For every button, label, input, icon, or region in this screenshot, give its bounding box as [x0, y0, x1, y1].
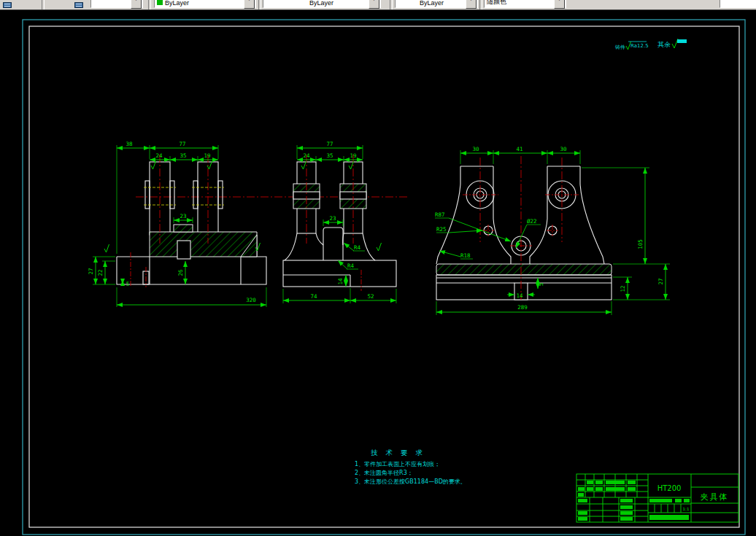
dim-74: 74 [310, 293, 317, 300]
lineweight-combo-value: ByLayer [420, 0, 444, 7]
material-value: HT200 [657, 484, 682, 492]
dim-r4b: R4 [347, 263, 355, 269]
dim-52: 52 [367, 293, 374, 300]
surface-finish-note: 铸件 Ra12.5 其余 [614, 39, 687, 50]
front-view-centerlines [131, 155, 224, 287]
part-name: 夹具体 [701, 492, 729, 502]
dim-41: 41 [516, 146, 522, 152]
color-swatch-icon [157, 0, 163, 5]
dim-r87: R87 [435, 211, 445, 218]
dim-27: 27 [657, 278, 664, 284]
title-block: HT200 1:1 夹具体 [576, 474, 738, 522]
layers-button[interactable] [0, 0, 16, 10]
dim-23: 23 [329, 215, 336, 222]
technical-requirements: 技 术 要 求 1、零件加工表面上不应有划痕； 2、未注圆角半径R3； 3、未注… [355, 448, 466, 485]
casting-roughness-value: Ra12.5 [630, 43, 649, 49]
drawing-canvas[interactable]: 铸件 Ra12.5 其余 [0, 0, 756, 536]
others-label: 其余 [657, 41, 671, 48]
surface-check-icon [672, 39, 678, 48]
dim-19: 19 [204, 152, 210, 159]
chevron-down-icon[interactable]: ▼ [131, 0, 142, 9]
dim-r25: R25 [436, 226, 447, 233]
layer-state-button[interactable] [72, 0, 88, 10]
dim-24: 24 [155, 152, 163, 159]
tech-req-item-1: 1、零件加工表面上不应有划痕； [355, 461, 440, 467]
dim-105: 105 [637, 239, 644, 249]
dim-24: 24 [303, 152, 310, 159]
layers-icon [3, 2, 12, 8]
section-view: 77 24 35 19 23 R4 R4 14 [283, 141, 396, 303]
dim-77: 77 [179, 141, 185, 147]
toolbar-separator [42, 0, 45, 9]
dim-38: 38 [126, 141, 133, 147]
layer-icon [74, 2, 83, 8]
scale-value: 1:1 [683, 507, 690, 511]
chevron-down-icon[interactable]: ▼ [554, 0, 565, 9]
dim-r18: R18 [460, 252, 471, 259]
front-view-dimensions: 38 77 24 35 19 23 26 27 22 5 [88, 141, 266, 307]
dim-26: 26 [177, 269, 184, 276]
chevron-down-icon[interactable]: ▼ [244, 0, 255, 9]
front-view: 38 77 24 35 19 23 26 27 22 5 [88, 141, 266, 307]
dim-5: 5 [126, 281, 130, 287]
front-view-outline [117, 162, 266, 284]
layer-combo[interactable]: ▼ [90, 0, 143, 8]
sheet-frame [23, 20, 745, 535]
dim-22: 22 [97, 269, 104, 276]
tech-req-item-3: 3、未注形位公差按GB1184—BD的要求。 [355, 478, 466, 485]
dim-77: 77 [326, 141, 333, 147]
linetype-combo[interactable]: ByLayer ▼ [263, 0, 381, 8]
tech-req-item-2: 2、未注圆角半径R3； [355, 470, 413, 476]
dim-23: 23 [180, 213, 186, 220]
casting-label: 铸件 [614, 44, 625, 50]
properties-toolbar: ▼ ByLayer ▼ ByLayer ▼ ByLayer ▼ 随颜色 ▼ [0, 0, 756, 10]
section-view-outline [283, 162, 396, 287]
section-view-centerlines [306, 155, 361, 291]
dim-320: 320 [246, 297, 256, 303]
side-view-outline [436, 166, 612, 300]
dim-14: 14 [337, 278, 344, 285]
chevron-down-icon[interactable]: ▼ [369, 0, 379, 9]
dim-289: 289 [517, 304, 528, 311]
dim-dia22: Ø22 [527, 218, 537, 225]
dim-35: 35 [326, 152, 333, 159]
lineweight-combo[interactable]: ByLayer ▼ [395, 0, 478, 8]
tech-req-title: 技 术 要 求 [371, 448, 425, 457]
dim-19: 19 [350, 152, 356, 159]
dim-30-left: 30 [472, 146, 479, 152]
dim-14: 14 [516, 292, 523, 299]
dim-27: 27 [88, 268, 94, 274]
dim-12: 12 [620, 285, 626, 292]
toolbar-separator [148, 0, 151, 9]
toolbar-separator [258, 0, 261, 9]
dim-5: 5 [538, 283, 544, 287]
plotstyle-combo[interactable]: 随颜色 ▼ [484, 0, 566, 8]
chevron-down-icon[interactable]: ▼ [466, 0, 477, 9]
side-view: 30 41 30 105 27 12 289 14 [435, 146, 670, 315]
dim-35: 35 [180, 152, 186, 159]
toolbar-separator [390, 0, 393, 9]
machining-symbol-bar [677, 39, 687, 43]
plotstyle-combo-value: 随颜色 [487, 0, 506, 7]
color-combo[interactable]: ByLayer ▼ [154, 0, 256, 8]
dim-r4a: R4 [354, 244, 361, 251]
section-view-dimensions: 77 24 35 19 23 R4 R4 14 [283, 141, 396, 303]
toolbar-separator [479, 0, 482, 9]
linetype-combo-value: ByLayer [309, 0, 333, 7]
cad-window: ▼ ByLayer ▼ ByLayer ▼ ByLayer ▼ 随颜色 ▼ [0, 0, 756, 536]
color-combo-value: ByLayer [165, 0, 189, 7]
extra-combo[interactable] [720, 0, 756, 8]
dim-30-right: 30 [560, 146, 567, 152]
side-view-dimensions: 30 41 30 105 27 12 289 14 [435, 146, 670, 315]
